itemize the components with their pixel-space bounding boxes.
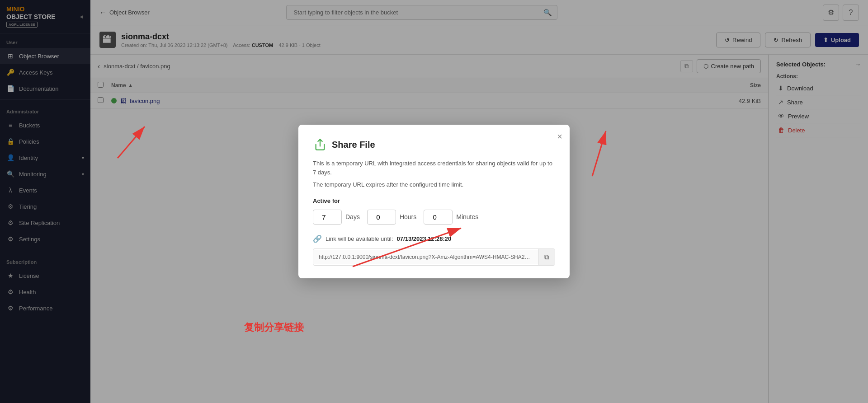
minutes-input-group: Minutes [424, 210, 478, 225]
url-text: http://127.0.0.1:9000/sionma-dcxt/favico… [313, 250, 538, 264]
modal-desc1: This is a temporary URL with integrated … [313, 159, 555, 177]
time-inputs: Days Hours Minutes [313, 210, 555, 225]
minutes-input[interactable] [424, 210, 453, 225]
modal-close-button[interactable]: × [557, 132, 562, 141]
days-input[interactable] [313, 210, 342, 225]
hours-input-group: Hours [367, 210, 416, 225]
modal-desc2: The temporary URL expires after the conf… [313, 180, 555, 189]
days-input-group: Days [313, 210, 360, 225]
days-label: Days [345, 213, 360, 220]
link-prefix: Link will be available until: [326, 235, 393, 242]
hours-label: Hours [400, 213, 416, 220]
url-copy-button[interactable]: ⧉ [538, 249, 555, 265]
url-row: http://127.0.0.1:9000/sionma-dcxt/favico… [313, 248, 555, 266]
hours-input[interactable] [367, 210, 396, 225]
active-for-label: Active for [313, 197, 555, 204]
minutes-label: Minutes [456, 213, 478, 220]
modal-overlay[interactable]: × Share File This is a temporary URL wit… [0, 0, 868, 403]
link-until-row: 🔗 Link will be available until: 07/13/20… [313, 234, 555, 243]
modal-title: Share File [332, 140, 375, 150]
share-file-icon [313, 137, 327, 152]
modal-header: Share File [313, 137, 555, 152]
share-file-modal: × Share File This is a temporary URL wit… [298, 125, 570, 278]
link-until-date: 07/13/2023 12:28:20 [397, 235, 452, 242]
link-icon: 🔗 [313, 234, 322, 243]
